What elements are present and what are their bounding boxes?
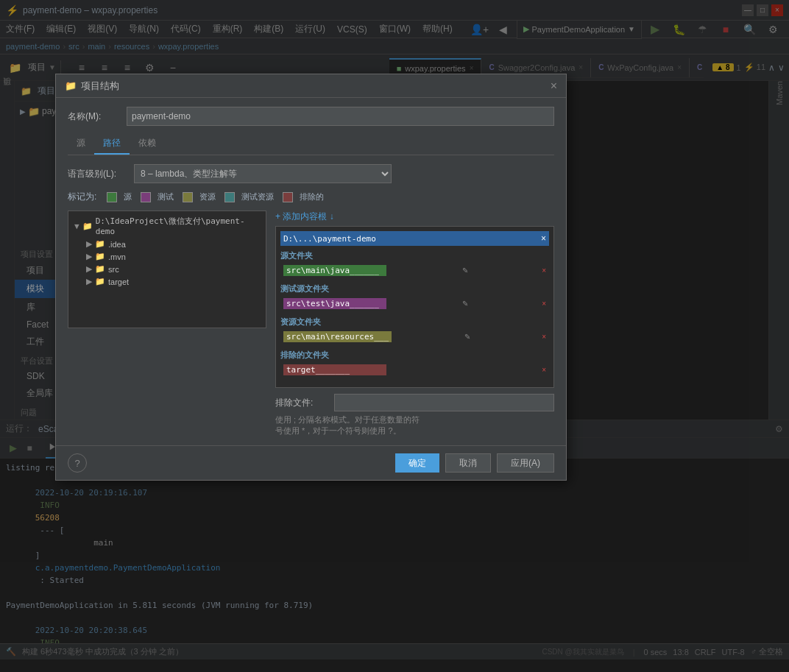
modal-name-label: 名称(M): (68, 110, 127, 123)
mark-testres-label: 测试资源 (241, 191, 274, 202)
modal-title-text: 项目结构 (81, 79, 119, 93)
resource-folder-item: src\main\resources___ ✎ × (280, 330, 549, 344)
modal-tab-deps[interactable]: 依赖 (130, 133, 165, 155)
test-source-path: src\test\java______ (283, 298, 386, 309)
mark-resource-box[interactable] (183, 192, 193, 202)
source-folder-del-icon[interactable]: × (542, 266, 546, 275)
tree-root-item[interactable]: ▼ 📁 D:\IdeaProject\微信支付\payment-demo (71, 214, 263, 238)
apply-button[interactable]: 应用(A) (497, 453, 554, 473)
resource-folder-del-icon[interactable]: × (542, 333, 546, 341)
resource-folders-title: 资源文件夹 (280, 316, 549, 328)
help-button[interactable]: ? (68, 453, 87, 473)
excluded-folders-title: 排除的文件夹 (280, 350, 549, 361)
right-content-header: + 添加内容根 ↓ (275, 211, 554, 223)
project-structure-dialog: 📁 项目结构 × 名称(M): 源 路径 依赖 语言级别(L): 8 – lam… (55, 74, 567, 481)
tree-src-arrow: ▶ (86, 264, 92, 274)
modal-name-row: 名称(M): (68, 107, 554, 126)
source-folders-section: 源文件夹 src\main\java______ ✎ × (280, 250, 549, 277)
mark-source-box[interactable] (107, 192, 117, 202)
tree-target-icon: 📁 (95, 277, 105, 286)
tree-idea-label: .idea (108, 240, 126, 249)
modal-lang-select[interactable]: 8 – lambda、类型注解等 (134, 164, 392, 183)
excluded-folder-path: target_______ (283, 364, 386, 375)
source-folder-item: src\main\java______ ✎ × (280, 264, 549, 277)
mark-excluded-box[interactable] (283, 192, 293, 202)
selected-path-text: D:\...\payment-demo (283, 234, 376, 244)
exclude-file-label: 排除文件: (275, 397, 334, 409)
excluded-folders-section: 排除的文件夹 target_______ × (280, 350, 549, 377)
exclude-hint: 使用 ; 分隔名称模式。对于任意数量的符号使用 *，对于一个符号则使用 ?。 (275, 414, 554, 436)
tree-idea-item[interactable]: ▶ 📁 .idea (71, 238, 263, 250)
test-source-title: 测试源文件夹 (280, 283, 549, 294)
modal-tab-source[interactable]: 源 (68, 133, 94, 155)
resource-folder-path: src\main\resources___ (283, 331, 392, 342)
confirm-button[interactable]: 确定 (395, 453, 439, 473)
exclude-file-row: 排除文件: (275, 394, 554, 411)
modal-body: 名称(M): 源 路径 依赖 语言级别(L): 8 – lambda、类型注解等… (56, 98, 566, 445)
mark-source-label: 源 (124, 191, 132, 202)
test-source-item: src\test\java______ ✎ × (280, 297, 549, 311)
mark-test-label: 测试 (158, 191, 174, 202)
cancel-button[interactable]: 取消 (445, 453, 491, 473)
modal-tabs: 源 路径 依赖 (68, 133, 554, 155)
modal-header: 📁 项目结构 × (56, 74, 566, 98)
mark-test-box[interactable] (141, 192, 151, 202)
modal-title: 📁 项目结构 (65, 79, 119, 93)
modal-mark-label: 标记为: (68, 191, 96, 203)
test-source-folders-section: 测试源文件夹 src\test\java______ ✎ × (280, 283, 549, 311)
source-folder-edit-icon[interactable]: ✎ (462, 266, 468, 275)
test-source-edit-icon[interactable]: ✎ (462, 300, 468, 308)
modal-close-button[interactable]: × (551, 79, 557, 93)
selected-path-row[interactable]: D:\...\payment-demo × (280, 231, 549, 246)
modal-name-input[interactable] (127, 107, 554, 126)
tree-mvn-label: .mvn (108, 252, 126, 261)
tree-mvn-icon: 📁 (95, 252, 105, 261)
tree-idea-arrow: ▶ (86, 239, 92, 249)
tree-root-label: D:\IdeaProject\微信支付\payment-demo (96, 216, 260, 236)
test-source-del-icon[interactable]: × (542, 300, 546, 308)
modal-lang-row: 语言级别(L): 8 – lambda、类型注解等 (68, 164, 554, 183)
main-content: 项目 📁 项目 ▼ ← → + − 📋 ▶ 📁 pay (0, 81, 789, 420)
tree-src-item[interactable]: ▶ 📁 src (71, 263, 263, 275)
resource-folder-edit-icon[interactable]: ✎ (464, 333, 470, 341)
modal-mark-row: 标记为: 源 测试 资源 测试资源 排除的 (68, 191, 554, 203)
add-root-btn[interactable]: + 添加内容根 ↓ (275, 211, 334, 223)
modal-left-tree: ▼ 📁 D:\IdeaProject\微信支付\payment-demo ▶ 📁… (68, 211, 266, 436)
tree-target-label: target (108, 277, 129, 286)
mark-testres-box[interactable] (224, 192, 235, 202)
tree-mvn-arrow: ▶ (86, 252, 92, 261)
project-tree-panel: ▼ 📁 D:\IdeaProject\微信支付\payment-demo ▶ 📁… (68, 211, 266, 328)
content-root-box: D:\...\payment-demo × 源文件夹 src\main\java… (275, 226, 554, 388)
tree-root-icon: 📁 (82, 222, 93, 231)
excluded-folder-item: target_______ × (280, 363, 549, 377)
modal-tab-path[interactable]: 路径 (94, 133, 130, 155)
tree-idea-icon: 📁 (95, 239, 105, 249)
source-folders-title: 源文件夹 (280, 250, 549, 261)
mark-excluded-label: 排除的 (300, 191, 324, 202)
source-folder-path: src\main\java______ (283, 265, 386, 276)
tree-src-label: src (108, 265, 119, 274)
selected-path-del[interactable]: × (541, 233, 546, 244)
modal-footer: ? 确定 取消 应用(A) (56, 445, 566, 480)
modal-icon: 📁 (65, 80, 77, 91)
tree-target-arrow: ▶ (86, 277, 92, 286)
modal-split-area: ▼ 📁 D:\IdeaProject\微信支付\payment-demo ▶ 📁… (68, 211, 554, 436)
tree-target-item[interactable]: ▶ 📁 target (71, 275, 263, 288)
resource-folders-section: 资源文件夹 src\main\resources___ ✎ × (280, 316, 549, 344)
modal-lang-label: 语言级别(L): (68, 168, 134, 180)
exclude-file-input[interactable] (334, 394, 554, 411)
tree-mvn-item[interactable]: ▶ 📁 .mvn (71, 250, 263, 263)
tree-root-arrow: ▼ (74, 222, 79, 231)
mark-resource-label: 资源 (199, 191, 216, 202)
excluded-folder-del-icon[interactable]: × (542, 366, 546, 374)
modal-right-content: + 添加内容根 ↓ D:\...\payment-demo × 源文件夹 src (275, 211, 554, 436)
tree-src-icon: 📁 (95, 264, 105, 274)
